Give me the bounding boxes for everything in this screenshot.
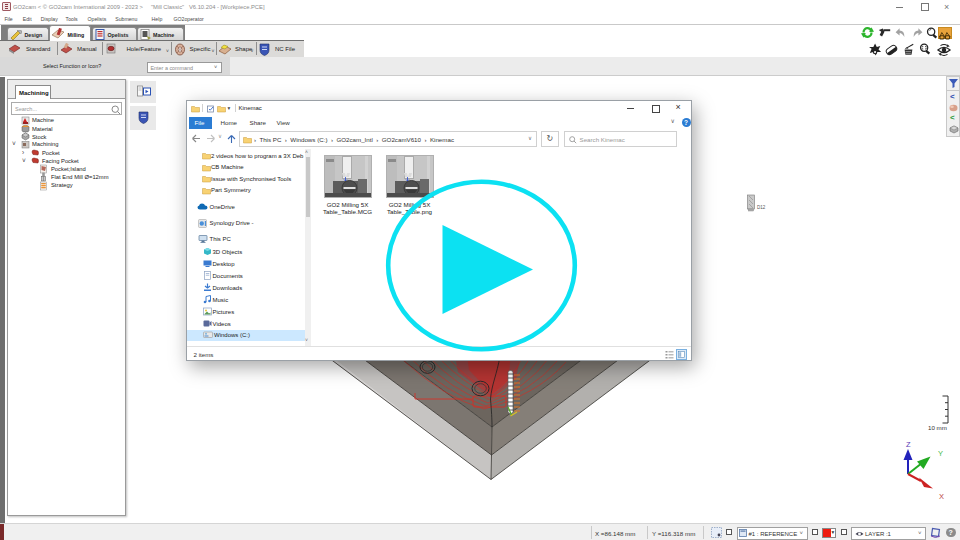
svg-text:Z: Z (906, 440, 911, 449)
svg-text:D12: D12 (757, 205, 766, 210)
svg-text:Y: Y (938, 449, 943, 458)
svg-text:10 mm: 10 mm (928, 424, 947, 431)
svg-text:X: X (939, 492, 944, 501)
